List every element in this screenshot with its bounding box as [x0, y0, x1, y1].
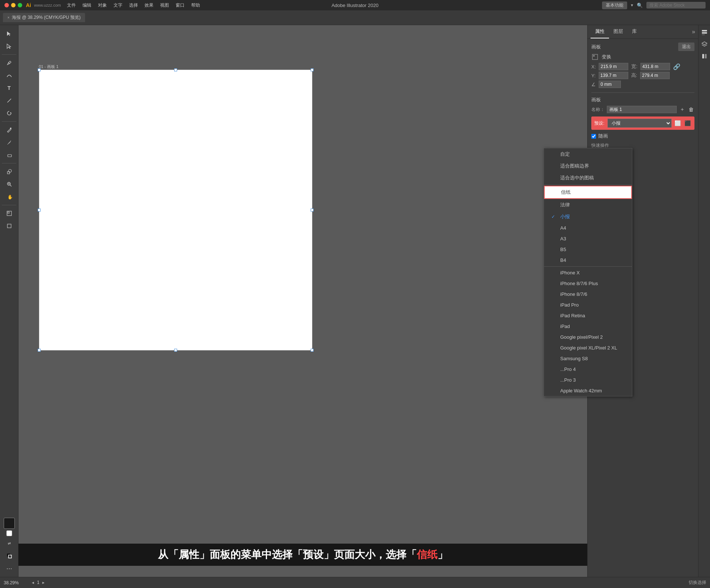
dropdown-item-b5[interactable]: B5: [544, 244, 632, 255]
panel-more-button[interactable]: »: [692, 28, 695, 35]
preset-portrait-btn[interactable]: ⬛: [684, 119, 692, 127]
svg-text:✋: ✋: [7, 194, 12, 200]
menu-text[interactable]: 文字: [111, 1, 125, 9]
dropdown-label-ipad: iPad: [560, 324, 570, 329]
pan-tool[interactable]: ✋: [4, 191, 15, 202]
handle-bc[interactable]: [174, 349, 177, 352]
dropdown-item-custom[interactable]: 自定: [544, 148, 632, 160]
preset-dropdown[interactable]: 自定 适合图稿边界 适合选中的图稿 信纸 法律 ✓ 小报: [544, 148, 632, 396]
selection-tool[interactable]: [4, 28, 15, 39]
rotate-tool[interactable]: [4, 108, 15, 119]
random-checkbox[interactable]: [591, 134, 596, 139]
fullscreen-traffic-light[interactable]: [18, 3, 22, 7]
stroke-color[interactable]: [6, 530, 12, 536]
artboard-tool[interactable]: [4, 208, 15, 219]
menu-window[interactable]: 窗口: [173, 1, 187, 9]
dropdown-item-iphonex[interactable]: iPhone X: [544, 267, 632, 278]
page-next-btn[interactable]: ►: [40, 580, 47, 585]
dropdown-item-pro3[interactable]: ...Pro 3: [544, 375, 632, 385]
tab-layers[interactable]: 图层: [609, 25, 628, 38]
x-input[interactable]: [599, 63, 628, 70]
height-input[interactable]: [640, 72, 670, 79]
tab-close-icon[interactable]: ×: [7, 16, 10, 20]
type-tool[interactable]: T: [4, 82, 15, 94]
page-prev-btn[interactable]: ◄: [30, 580, 36, 585]
line-tool[interactable]: [4, 95, 15, 106]
artboard[interactable]: [39, 70, 312, 351]
menu-select[interactable]: 选择: [126, 1, 141, 9]
slice-tool[interactable]: [4, 220, 15, 232]
handle-tl[interactable]: [38, 68, 41, 71]
instruction-part2: 信纸: [417, 549, 437, 560]
pen-tool[interactable]: [4, 57, 15, 68]
add-artboard-btn[interactable]: ＋: [679, 105, 686, 114]
dropdown-item-tabloid[interactable]: ✓ 小报: [544, 211, 632, 223]
dropdown-item-legal[interactable]: 法律: [544, 199, 632, 211]
tab-properties[interactable]: 属性: [591, 25, 609, 38]
direct-selection-tool[interactable]: [4, 41, 15, 52]
properties-mini-btn[interactable]: [700, 28, 709, 37]
pencil-tool[interactable]: [4, 137, 15, 148]
svg-line-0: [7, 99, 11, 102]
menu-effect[interactable]: 效果: [142, 1, 156, 9]
dropdown-item-iphone876plus[interactable]: iPhone 8/7/6 Plus: [544, 278, 632, 289]
dropdown-item-ipad[interactable]: iPad: [544, 321, 632, 332]
dropdown-item-fit-artwork[interactable]: 适合图稿边界: [544, 160, 632, 172]
delete-artboard-btn[interactable]: 🗑: [688, 106, 694, 113]
menu-help[interactable]: 帮助: [188, 1, 203, 9]
more-tools[interactable]: ⋯: [4, 563, 15, 574]
default-colors[interactable]: [4, 550, 15, 561]
dropdown-item-samsungs8[interactable]: Samsung S8: [544, 353, 632, 364]
handle-ml[interactable]: [38, 209, 41, 212]
dropdown-item-fit-selection[interactable]: 适合选中的图稿: [544, 172, 632, 184]
handle-br[interactable]: [311, 349, 314, 352]
curvature-tool[interactable]: [4, 70, 15, 81]
dropdown-item-iphone876[interactable]: iPhone 8/7/6: [544, 289, 632, 300]
transform-xy-row: X: 宽: 🔗: [591, 63, 694, 70]
fill-color[interactable]: [4, 518, 15, 529]
link-proportions-icon[interactable]: 🔗: [673, 63, 680, 70]
layers-mini-btn[interactable]: [700, 40, 709, 49]
close-traffic-light[interactable]: [4, 3, 9, 7]
preset-select[interactable]: 小报: [608, 119, 672, 128]
artboard-name-input[interactable]: [607, 106, 677, 113]
dropdown-item-a3[interactable]: A3: [544, 233, 632, 244]
handle-mr[interactable]: [311, 209, 314, 212]
minimize-traffic-light[interactable]: [11, 3, 16, 7]
y-input[interactable]: [599, 72, 628, 79]
handle-tr[interactable]: [311, 68, 314, 71]
width-input[interactable]: [640, 63, 670, 70]
tab-library[interactable]: 库: [628, 25, 641, 38]
menu-edit[interactable]: 编辑: [80, 1, 94, 9]
library-mini-btn[interactable]: [700, 52, 709, 61]
eraser-tool[interactable]: [4, 149, 15, 160]
stock-search-input[interactable]: [646, 2, 706, 9]
dropdown-item-pro4[interactable]: ...Pro 4: [544, 364, 632, 375]
transform-label: 变换: [602, 54, 611, 60]
handle-tc[interactable]: [174, 68, 177, 71]
zoom-tool[interactable]: [4, 179, 15, 190]
document-tab[interactable]: × 海报 @ 38.29% (CMYK/GPU 预览): [3, 13, 85, 22]
dropdown-item-ipadpro[interactable]: iPad Pro: [544, 300, 632, 310]
paintbrush-tool[interactable]: [4, 124, 15, 135]
angle-input[interactable]: [599, 81, 621, 88]
shape-builder-tool[interactable]: [4, 166, 15, 177]
dropdown-item-letter[interactable]: 信纸: [544, 186, 632, 199]
random-checkbox-row: 随画: [591, 133, 694, 139]
dropdown-item-googlepixel[interactable]: Google pixel/Pixel 2: [544, 332, 632, 342]
menu-object[interactable]: 对象: [95, 1, 110, 9]
preset-landscape-btn[interactable]: ⬜: [674, 119, 682, 127]
dropdown-item-a4[interactable]: A4: [544, 223, 632, 233]
workspace-dropdown-icon[interactable]: ▾: [631, 3, 633, 8]
handle-bl[interactable]: [38, 349, 41, 352]
menu-file[interactable]: 文件: [64, 1, 79, 9]
exit-button[interactable]: 退出: [678, 43, 694, 51]
menu-view[interactable]: 视图: [157, 1, 172, 9]
dropdown-item-b4[interactable]: B4: [544, 255, 632, 266]
dropdown-item-googlepixelxl[interactable]: Google pixel XL/Pixel 2 XL: [544, 342, 632, 353]
workspace-button[interactable]: 基本功能: [602, 1, 627, 9]
dropdown-item-applewatch[interactable]: Apple Watch 42mm: [544, 385, 632, 396]
swap-colors[interactable]: ⇌: [4, 538, 15, 549]
dropdown-item-ipad-retina[interactable]: iPad Retina: [544, 310, 632, 321]
tool-separator-1: [2, 54, 16, 55]
